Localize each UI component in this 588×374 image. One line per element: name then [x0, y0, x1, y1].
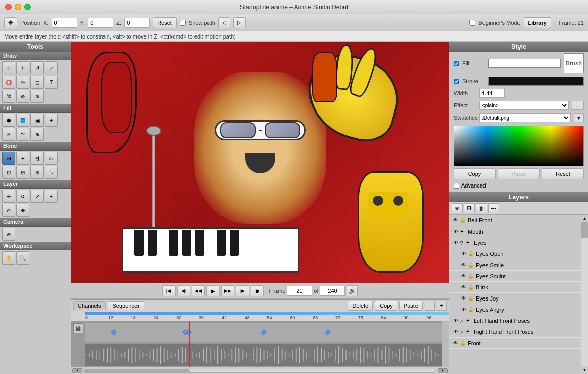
layer-item-eyes-smile[interactable]: 👁 🔒 Eyes Smile [449, 259, 581, 271]
eye-icon[interactable]: 👁 [452, 239, 460, 247]
bone-reparent-tool[interactable]: ⇶ [30, 152, 44, 165]
zoom-tool[interactable]: 🔍 [16, 251, 29, 265]
layer-item-eyes-joy[interactable]: 👁 🔒 Eyes Joy [449, 293, 581, 304]
pencil-tool[interactable]: ✏ [16, 76, 29, 89]
layer-add-tool[interactable]: + [45, 190, 58, 203]
swatches-select[interactable]: .Default.png [479, 113, 571, 122]
scroll-right-button[interactable]: ▸ [438, 368, 448, 373]
transform-tool[interactable]: ✛ [16, 61, 29, 74]
delete-button[interactable]: Delete [348, 301, 373, 311]
total-frames-input[interactable] [320, 286, 345, 296]
layer-rotate-tool[interactable]: ↺ [16, 190, 29, 203]
bone-constrain-tool[interactable]: ⊟ [16, 166, 29, 179]
brush-preview[interactable]: Brush [564, 53, 584, 73]
timeline-content[interactable]: 🎬 [71, 321, 449, 367]
layer-item-eyes-angry[interactable]: 👁 🔒 Eyes Angry [449, 304, 581, 315]
frame-input[interactable] [287, 286, 312, 296]
expand-icon[interactable]: ▷ [460, 329, 466, 334]
fill-checkbox[interactable] [454, 61, 459, 66]
eye-icon[interactable]: 👁 [460, 272, 468, 280]
layer-item-belt-front[interactable]: 👁 🔒 Belt Front [449, 215, 581, 226]
copy-timeline-button[interactable]: Copy [375, 301, 397, 311]
layer-item-eyes-squint[interactable]: 👁 🔒 Eyes Squint [449, 271, 581, 282]
layer-new-button[interactable]: 🎞 [464, 203, 475, 213]
scroll-down-arrow[interactable]: ▼ [581, 366, 588, 374]
advanced-checkbox[interactable] [454, 183, 459, 189]
scroll-thumb-area[interactable] [581, 223, 588, 366]
play-button[interactable]: ▶ [206, 285, 220, 296]
width-input[interactable] [479, 89, 505, 98]
go-to-start-button[interactable]: |◀ [162, 285, 176, 296]
lasso-tool[interactable]: ⭕ [2, 76, 15, 89]
close-button[interactable] [5, 4, 12, 10]
layer-item-front[interactable]: 👁 🔒 Front [449, 338, 581, 349]
hand-tool[interactable]: ✋ [2, 251, 15, 265]
paint-bucket-tool[interactable]: 🪣 [16, 114, 29, 127]
camera-move-tool[interactable]: ⊕ [2, 228, 15, 241]
eye-icon[interactable]: 👁 [460, 261, 468, 269]
layer-orbit-tool[interactable]: ⊙ [2, 204, 15, 217]
nav-prev-icon[interactable]: ◁ [218, 17, 230, 28]
bone-ik-tool[interactable]: ⊞ [30, 166, 44, 179]
copy-color-button[interactable]: Copy [454, 168, 496, 179]
rotate-tool[interactable]: ↺ [30, 61, 44, 74]
color-picker[interactable] [454, 126, 584, 166]
layer-item-right-hand[interactable]: 👁 ▷ ✦ Right Hand Front Poses [449, 326, 581, 338]
bone-create-tool[interactable]: ✦ [16, 152, 29, 165]
library-button[interactable]: Library [524, 17, 551, 28]
layer-more-button[interactable]: ••• [488, 203, 499, 213]
delete-fill-tool[interactable]: ✕ [2, 128, 15, 141]
scale-tool[interactable]: ⤢ [45, 61, 58, 74]
eye-icon[interactable]: 👁 [452, 317, 460, 325]
fill-tool[interactable]: ⬟ [2, 114, 15, 127]
x-input[interactable] [52, 18, 77, 28]
scroll-thumb[interactable] [581, 223, 588, 238]
next-frame-button[interactable]: |▶ [236, 285, 249, 296]
playhead[interactable] [189, 321, 190, 367]
select-tool[interactable]: ⊹ [2, 61, 15, 74]
scroll-up-arrow[interactable]: ▲ [581, 215, 588, 223]
sequencer-tab[interactable]: Sequencer [108, 301, 144, 310]
volume-button[interactable]: 🔊 [347, 285, 358, 296]
expand-icon[interactable]: ▽ [460, 240, 466, 245]
bone-angle-tool[interactable]: ⊡ [2, 166, 15, 179]
fill-color-swatch[interactable] [488, 59, 561, 68]
eye-icon[interactable]: 👁 [460, 306, 468, 314]
fast-forward-button[interactable]: ▶▶ [221, 285, 234, 296]
move-icon[interactable]: ✥ [4, 17, 17, 28]
layer-item-eyes-open[interactable]: 👁 🔒 Eyes Open [449, 248, 581, 259]
eye-icon[interactable]: 👁 [452, 328, 460, 336]
eye-icon[interactable]: 👁 [460, 294, 468, 303]
layer-item-blink[interactable]: 👁 🔒 Blink [449, 282, 581, 293]
eye-icon[interactable]: 👁 [452, 228, 460, 236]
timeline-layer-icon[interactable]: 🎬 [73, 323, 83, 333]
timeline-vertical-scrollbar[interactable] [442, 321, 449, 367]
minimize-button[interactable] [15, 4, 21, 10]
bone-select-tool[interactable]: ⋊ [2, 152, 15, 165]
layers-vertical-scrollbar[interactable]: ▲ ▼ [581, 215, 588, 374]
layer-visibility-button[interactable]: 👁 [452, 203, 463, 213]
gradient-tool[interactable]: ▣ [30, 114, 44, 127]
effect-select[interactable]: <plain> [479, 101, 569, 110]
warp-tool[interactable]: ⌘ [2, 90, 15, 103]
reset-button[interactable]: Reset [153, 17, 177, 28]
prev-frame-button[interactable]: ◀| [177, 285, 190, 296]
layer-delete-button[interactable]: 🗑 [476, 203, 487, 213]
magnet-tool[interactable]: ⊛ [30, 90, 44, 103]
scroll-left-button[interactable]: ◂ [72, 368, 82, 373]
record-button[interactable]: ⏺ [251, 285, 264, 296]
layer-item-mouth[interactable]: 👁 ✦ Mouth [449, 226, 581, 237]
bone-strength-tool[interactable]: ⇰ [45, 152, 58, 165]
canvas-container[interactable] [71, 42, 449, 283]
layer-item-eyes[interactable]: 👁 ▽ ✦ Eyes [449, 237, 581, 248]
paste-color-button[interactable]: Paste [498, 168, 540, 179]
eye-icon[interactable]: 👁 [460, 283, 468, 291]
stroke-checkbox[interactable] [454, 79, 459, 84]
swatches-menu-button[interactable]: ▼ [574, 113, 584, 122]
y-input[interactable] [88, 18, 113, 28]
noise-tool[interactable]: ⊗ [16, 90, 29, 103]
channels-tab[interactable]: Channels [73, 301, 106, 310]
eraser-tool[interactable]: ◻ [30, 76, 44, 89]
paste-timeline-button[interactable]: Paste [399, 301, 423, 311]
beginners-mode-checkbox[interactable] [469, 20, 475, 26]
